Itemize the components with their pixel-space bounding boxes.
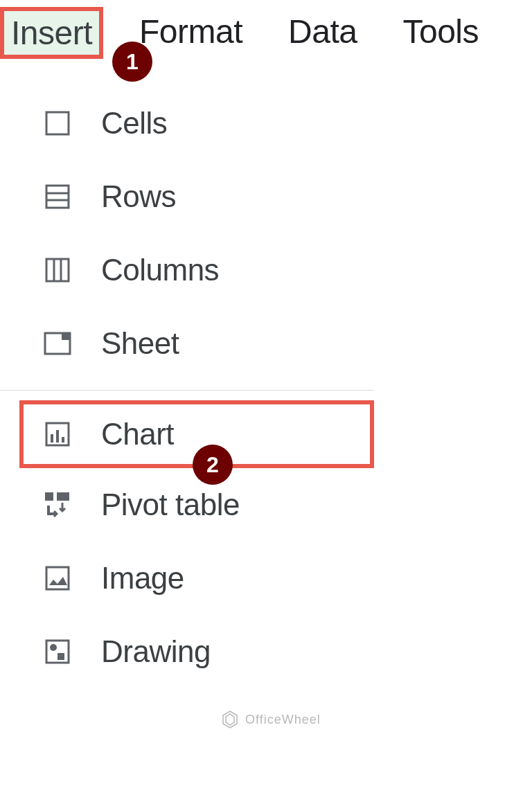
menu-item-rows[interactable]: Rows — [0, 160, 374, 233]
cells-icon — [43, 109, 72, 138]
menu-section-2: Chart Pivot table Image — [0, 397, 374, 691]
rows-icon — [43, 182, 72, 211]
image-icon — [43, 564, 72, 593]
menu-columns-label: Columns — [101, 253, 219, 287]
menu-divider — [0, 390, 374, 391]
svg-rect-12 — [62, 437, 64, 443]
menu-data[interactable]: Data — [278, 7, 366, 59]
svg-rect-15 — [46, 567, 69, 589]
menu-insert-label: Insert — [11, 15, 92, 51]
svg-rect-8 — [62, 333, 70, 340]
columns-icon — [43, 256, 72, 285]
svg-marker-20 — [226, 714, 234, 725]
callout-number-2: 2 — [206, 452, 219, 478]
svg-rect-18 — [57, 653, 64, 660]
callout-number-1: 1 — [126, 49, 139, 75]
menu-pivot-label: Pivot table — [101, 488, 240, 522]
menu-data-label: Data — [288, 13, 357, 50]
sheet-icon — [43, 329, 72, 358]
callout-badge-1: 1 — [112, 42, 152, 82]
menu-item-image[interactable]: Image — [0, 542, 374, 615]
menu-item-pivot-table[interactable]: Pivot table — [0, 468, 374, 542]
svg-rect-0 — [46, 112, 69, 134]
menu-rows-label: Rows — [101, 179, 176, 214]
watermark-label: OfficeWheel — [245, 713, 321, 727]
menu-cells-label: Cells — [101, 106, 167, 141]
menu-drawing-label: Drawing — [101, 634, 211, 669]
menu-item-sheet[interactable]: Sheet — [0, 307, 374, 380]
drawing-icon — [43, 637, 72, 666]
menu-item-cells[interactable]: Cells — [0, 87, 374, 160]
callout-badge-2: 2 — [193, 445, 233, 485]
svg-rect-11 — [56, 430, 59, 443]
svg-rect-1 — [46, 186, 69, 208]
watermark-logo-icon — [220, 710, 240, 729]
menu-chart-label: Chart — [101, 417, 174, 452]
menu-sheet-label: Sheet — [101, 326, 179, 361]
menu-image-label: Image — [101, 561, 184, 596]
menu-tools-label: Tools — [402, 13, 479, 50]
svg-rect-13 — [45, 492, 53, 501]
menu-section-1: Cells Rows Columns — [0, 84, 374, 383]
chart-icon — [43, 420, 72, 449]
menu-format-label: Format — [139, 13, 242, 50]
svg-rect-4 — [46, 259, 69, 281]
menu-item-columns[interactable]: Columns — [0, 233, 374, 307]
menu-insert[interactable]: Insert — [0, 7, 103, 59]
svg-point-17 — [50, 644, 57, 651]
insert-dropdown-menu: Cells Rows Columns — [0, 84, 374, 691]
watermark: OfficeWheel — [220, 710, 321, 729]
menu-item-drawing[interactable]: Drawing — [0, 615, 374, 688]
svg-rect-14 — [57, 492, 69, 501]
menubar: Insert Format Data Tools — [0, 0, 532, 59]
menu-tools[interactable]: Tools — [393, 7, 488, 59]
svg-rect-10 — [51, 434, 53, 443]
pivot-table-icon — [43, 490, 72, 519]
